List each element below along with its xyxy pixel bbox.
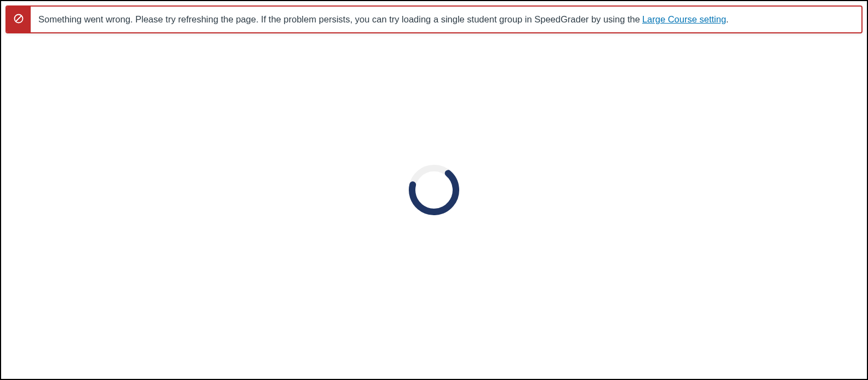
- alert-content: Something went wrong. Please try refresh…: [31, 7, 736, 32]
- alert-icon-box: [7, 7, 31, 32]
- loading-spinner: [407, 163, 461, 217]
- no-entry-icon: [13, 13, 24, 26]
- spinner-icon: [407, 163, 461, 217]
- alert-message-after: .: [726, 13, 729, 26]
- svg-line-1: [16, 16, 21, 21]
- large-course-setting-link[interactable]: Large Course setting: [642, 13, 726, 26]
- error-alert: Something went wrong. Please try refresh…: [5, 5, 863, 33]
- alert-message-before: Something went wrong. Please try refresh…: [38, 13, 640, 26]
